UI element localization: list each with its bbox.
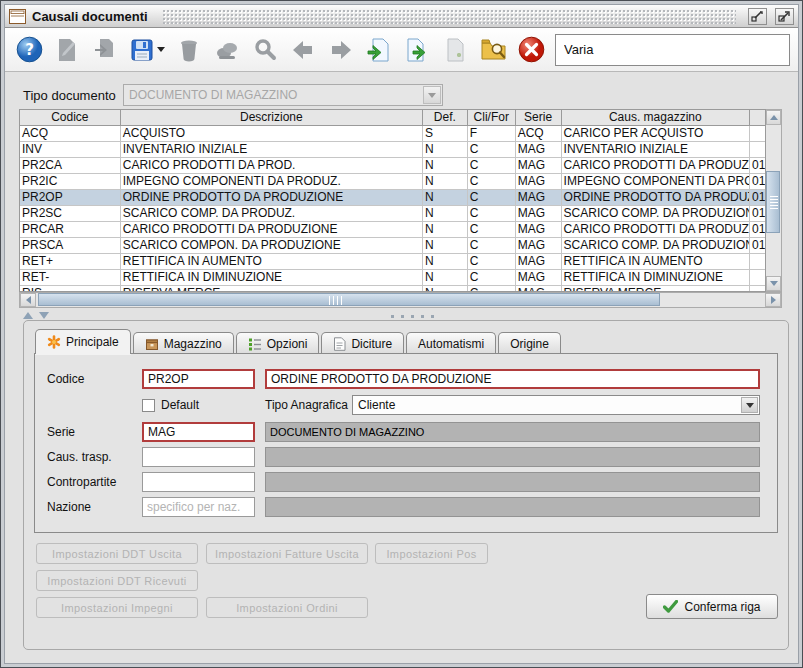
svg-text:?: ?	[25, 41, 34, 59]
tab-bar: Principale Magazzino Opzioni Diciture Au…	[35, 329, 563, 354]
table-row[interactable]: RET- RETTIFICA IN DIMINUZIONE N C MAG RE…	[20, 270, 765, 286]
table-row[interactable]: RET+ RETTIFICA IN AUMENTO N C MAG RETTIF…	[20, 254, 765, 270]
tab-content-principale: Codice Default Tipo Anagrafica Cliente S…	[34, 353, 778, 533]
col-header-descrizione[interactable]: Descrizione	[121, 110, 423, 125]
scroll-left-icon[interactable]	[20, 293, 36, 307]
search-icon	[251, 36, 279, 64]
codice-input[interactable]	[142, 369, 255, 389]
import-document-icon[interactable]	[365, 36, 393, 64]
quick-filter-input[interactable]	[555, 34, 790, 66]
save-icon[interactable]	[129, 36, 165, 64]
impostazioni-pos-button: Impostazioni Pos	[375, 543, 488, 564]
window-title: Causali documenti	[32, 9, 156, 24]
col-header-clifor[interactable]: Cli/For	[468, 110, 516, 125]
col-header-codice[interactable]: Codice	[20, 110, 121, 125]
app-window: Causali documenti ?	[0, 0, 803, 668]
scroll-right-icon[interactable]	[765, 293, 781, 307]
caus-trasp-input[interactable]	[142, 447, 255, 467]
scroll-up-icon[interactable]	[766, 110, 781, 125]
package-icon	[145, 337, 159, 351]
delete-icon	[175, 36, 203, 64]
table-row[interactable]: PR2CA CARICO PRODOTTI DA PROD. N C MAG C…	[20, 158, 765, 174]
nazione-label: Nazione	[47, 497, 91, 517]
horizontal-scrollbar[interactable]	[19, 292, 782, 308]
tab-opzioni[interactable]: Opzioni	[236, 332, 320, 354]
split-collapse-up-icon[interactable]	[23, 312, 33, 319]
impostazioni-fatture-uscita-button: Impostazioni Fatture Uscita	[206, 543, 368, 564]
vertical-scrollbar[interactable]	[766, 109, 782, 292]
asterisk-icon	[47, 335, 61, 349]
tipo-anagrafica-value: Cliente	[358, 398, 395, 412]
serie-input[interactable]	[142, 422, 255, 442]
tipo-anagrafica-label: Tipo Anagrafica	[265, 395, 348, 415]
table-body: ACQ ACQUISTO S F ACQ CARICO PER ACQUISTO…	[20, 126, 765, 291]
impostazioni-ordini-button: Impostazioni Ordini	[206, 597, 368, 618]
col-header-def[interactable]: Def.	[423, 110, 468, 125]
table-row[interactable]: RIS RISERVA MERCE N C MAG RISERVA MERCE	[20, 286, 765, 291]
nazione-descrizione-field	[265, 497, 760, 517]
detail-panel: Principale Magazzino Opzioni Diciture Au…	[23, 320, 789, 650]
table-row[interactable]: PR2IC IMPEGNO COMPONENTI DA PRODUZ. N C …	[20, 174, 765, 190]
check-icon	[663, 600, 678, 613]
caus-trasp-label: Caus. trasp.	[47, 447, 112, 467]
contropartite-descrizione-field	[265, 472, 760, 492]
copy-document-icon	[91, 36, 119, 64]
scroll-down-icon[interactable]	[766, 276, 781, 291]
tipo-documento-select: DOCUMENTO DI MAGAZZINO	[123, 84, 443, 106]
tab-diciture[interactable]: Diciture	[321, 332, 404, 354]
tipo-documento-value: DOCUMENTO DI MAGAZZINO	[129, 88, 297, 102]
table-row[interactable]: PRSCA SCARICO COMPON. DA PRODUZIONE N C …	[20, 238, 765, 254]
maximize-icon[interactable]	[775, 8, 794, 25]
vertical-scroll-thumb[interactable]	[766, 171, 780, 233]
checkbox-box[interactable]	[142, 399, 155, 412]
edit-document-icon	[53, 36, 81, 64]
previous-icon	[289, 36, 317, 64]
export-document-icon[interactable]	[403, 36, 431, 64]
caus-trasp-descrizione-field	[265, 447, 760, 467]
contropartite-input[interactable]	[142, 472, 255, 492]
codice-label: Codice	[47, 369, 84, 389]
table-header[interactable]: Codice Descrizione Def. Cli/For Serie Ca…	[20, 110, 765, 126]
impostazioni-impegni-button: Impostazioni Impegni	[36, 597, 198, 618]
split-collapse-down-icon[interactable]	[39, 312, 49, 319]
content-area: Tipo documento DOCUMENTO DI MAGAZZINO Co…	[5, 72, 798, 663]
nazione-input[interactable]	[142, 497, 255, 517]
tipo-anagrafica-select[interactable]: Cliente	[352, 395, 760, 415]
tab-automatismi[interactable]: Automatismi	[406, 332, 496, 354]
col-header-extra[interactable]	[750, 110, 765, 125]
tipo-documento-label: Tipo documento	[23, 88, 123, 103]
document-icon	[333, 337, 346, 351]
divider-grip[interactable]	[391, 315, 437, 318]
serie-descrizione-field: DOCUMENTO DI MAGAZZINO	[265, 422, 760, 442]
table-row[interactable]: PR2OP ORDINE PRODOTTO DA PRODUZIONE N C …	[20, 190, 765, 206]
tab-principale[interactable]: Principale	[35, 329, 131, 354]
form-window-icon	[9, 9, 26, 24]
table-row[interactable]: INV INVENTARIO INIZIALE N C MAG INVENTAR…	[20, 142, 765, 158]
default-label: Default	[161, 398, 199, 412]
table-row[interactable]: PRCAR CARICO PRODOTTI DA PRODUZIONE N C …	[20, 222, 765, 238]
close-icon[interactable]	[517, 36, 545, 64]
restore-icon[interactable]	[748, 8, 767, 25]
horizontal-scroll-thumb[interactable]	[38, 293, 660, 306]
tab-magazzino[interactable]: Magazzino	[133, 332, 234, 354]
descrizione-input[interactable]	[265, 369, 760, 389]
table-row[interactable]: PR2SC SCARICO COMP. DA PRODUZ. N C MAG S…	[20, 206, 765, 222]
clear-icon	[213, 36, 241, 64]
help-icon[interactable]: ?	[15, 36, 43, 64]
impostazioni-ddt-ricevuti-button: Impostazioni DDT Ricevuti	[36, 570, 198, 591]
col-header-serie[interactable]: Serie	[516, 110, 562, 125]
next-icon	[327, 36, 355, 64]
chevron-down-icon[interactable]	[741, 397, 758, 413]
impostazioni-ddt-uscita-button: Impostazioni DDT Uscita	[36, 543, 198, 564]
conferma-riga-button[interactable]: Conferma riga	[646, 594, 778, 619]
titlebar[interactable]: Causali documenti	[5, 5, 798, 28]
lookup-folder-icon[interactable]	[479, 36, 507, 64]
toolbar: ?	[5, 28, 798, 72]
table-row[interactable]: ACQ ACQUISTO S F ACQ CARICO PER ACQUISTO	[20, 126, 765, 142]
titlebar-texture	[162, 9, 736, 24]
col-header-caus-magazzino[interactable]: Caus. magazzino	[562, 110, 751, 125]
save-dropdown-caret[interactable]	[157, 47, 165, 52]
tab-origine[interactable]: Origine	[498, 332, 561, 354]
options-list-icon	[248, 337, 262, 351]
default-checkbox[interactable]: Default	[142, 395, 199, 415]
